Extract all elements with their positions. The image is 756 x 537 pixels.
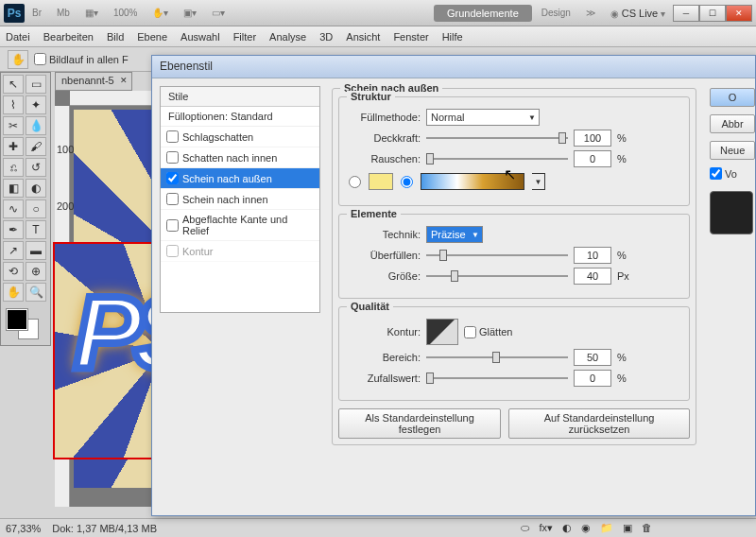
current-tool-icon[interactable]: ✋ <box>8 50 28 69</box>
wand-tool[interactable]: ✦ <box>26 95 46 114</box>
scroll-all-checkbox[interactable]: Bildlauf in allen F <box>34 53 129 65</box>
dodge-tool[interactable]: ○ <box>26 199 46 218</box>
workspace-design[interactable]: Design <box>536 5 576 21</box>
style-innershadow[interactable]: Schatten nach innen <box>161 147 319 168</box>
history-brush-tool[interactable]: ↺ <box>26 158 46 177</box>
minibridge-icon[interactable]: Mb <box>51 5 76 21</box>
hand-tool[interactable]: ✋ <box>3 283 24 302</box>
size-value[interactable]: 40 <box>574 268 611 285</box>
style-dropshadow[interactable]: Schlagschatten <box>161 127 319 147</box>
trash-icon[interactable]: 🗑 <box>642 522 652 533</box>
gradient-radio[interactable] <box>401 176 413 188</box>
menu-view[interactable]: Ansicht <box>346 31 380 43</box>
screenmode-icon[interactable]: ▭▾ <box>206 5 231 21</box>
close-tab-icon[interactable]: ✕ <box>120 76 128 85</box>
glow-color-well[interactable] <box>369 173 393 190</box>
arrange-icon[interactable]: ▣▾ <box>178 5 202 21</box>
move-tool[interactable]: ↖ <box>3 75 24 94</box>
fx-icon[interactable]: fx▾ <box>539 522 553 534</box>
cancel-button[interactable]: Abbr <box>710 114 755 133</box>
noise-slider[interactable] <box>426 152 568 165</box>
menu-bar: Datei Bearbeiten Bild Ebene Auswahl Filt… <box>0 26 756 47</box>
antialias-checkbox[interactable]: Glätten <box>464 326 512 338</box>
solid-color-radio[interactable] <box>349 176 361 188</box>
hand-icon[interactable]: ✋▾ <box>146 5 174 21</box>
minimize-button[interactable]: ─ <box>673 5 699 22</box>
preview-checkbox[interactable]: Vo <box>710 167 737 180</box>
fill-options[interactable]: Fülloptionen: Standard <box>161 107 319 127</box>
maximize-button[interactable]: ☐ <box>699 5 726 22</box>
heal-tool[interactable]: ✚ <box>3 137 24 156</box>
link-icon[interactable]: ⬭ <box>521 522 529 534</box>
range-slider[interactable] <box>426 351 568 364</box>
mask-icon[interactable]: ◐ <box>562 522 572 534</box>
menu-3d[interactable]: 3D <box>319 31 333 43</box>
dialog-title[interactable]: Ebenenstil <box>152 56 755 78</box>
jitter-slider[interactable] <box>426 372 568 385</box>
gradient-tool[interactable]: ◐ <box>26 179 46 198</box>
range-value[interactable]: 50 <box>574 349 611 366</box>
technique-select[interactable]: Präzise <box>426 226 483 243</box>
blend-mode-select[interactable]: Normal <box>426 109 540 126</box>
menu-analysis[interactable]: Analyse <box>269 31 306 43</box>
document-tab[interactable]: nbenannt-5 ✕ <box>55 72 132 91</box>
lasso-tool[interactable]: ⌇ <box>3 95 24 114</box>
workspace-more-icon[interactable]: ≫ <box>580 5 601 21</box>
bridge-icon[interactable]: Br <box>26 5 47 21</box>
folder-icon[interactable]: 📁 <box>600 522 613 534</box>
stamp-tool[interactable]: ⎌ <box>3 158 24 177</box>
eyedropper-tool[interactable]: 💧 <box>26 116 46 135</box>
zoom-level[interactable]: 100% <box>108 5 144 21</box>
preview-swatch <box>710 191 753 234</box>
menu-file[interactable]: Datei <box>6 31 30 43</box>
view-extras-icon[interactable]: ▦▾ <box>79 5 104 21</box>
spread-slider[interactable] <box>426 249 568 262</box>
cslive-button[interactable]: ◉ CS Live ▾ <box>605 5 671 22</box>
menu-edit[interactable]: Bearbeiten <box>43 31 94 43</box>
pen-tool[interactable]: ✒ <box>3 220 24 239</box>
workspace-essentials[interactable]: Grundelemente <box>434 5 532 22</box>
opacity-value[interactable]: 100 <box>574 130 611 147</box>
menu-layer[interactable]: Ebene <box>137 31 167 43</box>
reset-default-button[interactable]: Auf Standardeinstellung zurücksetzen <box>508 408 690 439</box>
status-zoom[interactable]: 67,33% <box>6 523 41 534</box>
close-button[interactable]: ✕ <box>726 5 752 22</box>
adjustment-icon[interactable]: ◉ <box>581 522 591 534</box>
noise-value[interactable]: 0 <box>574 150 611 167</box>
menu-select[interactable]: Auswahl <box>180 31 220 43</box>
style-bevel[interactable]: Abgeflachte Kante und Relief <box>161 210 319 241</box>
shape-tool[interactable]: ▬ <box>26 241 46 260</box>
style-innerglow[interactable]: Schein nach innen <box>161 189 319 210</box>
type-tool[interactable]: T <box>26 220 46 239</box>
style-outerglow[interactable]: Schein nach außen <box>161 168 319 189</box>
zoom-tool[interactable]: 🔍 <box>26 283 46 302</box>
path-tool[interactable]: ↗ <box>3 241 24 260</box>
opacity-slider[interactable] <box>426 131 568 145</box>
3d-camera-tool[interactable]: ⊕ <box>26 262 46 281</box>
size-slider[interactable] <box>426 269 568 283</box>
menu-filter[interactable]: Filter <box>233 31 256 43</box>
menu-help[interactable]: Hilfe <box>442 31 463 43</box>
ok-button[interactable]: O <box>710 88 755 107</box>
jitter-value[interactable]: 0 <box>574 370 611 387</box>
brush-tool[interactable]: 🖌 <box>26 137 46 156</box>
marquee-tool[interactable]: ▭ <box>26 75 46 94</box>
spread-value[interactable]: 10 <box>574 247 611 264</box>
set-default-button[interactable]: Als Standardeinstellung festlegen <box>338 408 501 439</box>
app-titlebar: Ps Br Mb ▦▾ 100% ✋▾ ▣▾ ▭▾ Grundelemente … <box>0 0 756 26</box>
3d-tool[interactable]: ⟲ <box>3 262 24 281</box>
eraser-tool[interactable]: ◧ <box>3 179 24 198</box>
color-swatches[interactable] <box>3 307 48 343</box>
blur-tool[interactable]: ∿ <box>3 199 24 218</box>
menu-image[interactable]: Bild <box>107 31 124 43</box>
gradient-dropdown-icon[interactable]: ▼ <box>532 173 545 190</box>
new-layer-icon[interactable]: ▣ <box>623 522 632 534</box>
new-style-button[interactable]: Neue <box>710 141 755 160</box>
crop-tool[interactable]: ✂ <box>3 116 24 135</box>
status-docinfo[interactable]: Dok: 1,37 MB/4,13 MB <box>52 523 157 534</box>
fg-color-swatch[interactable] <box>7 309 27 330</box>
style-contour[interactable]: Kontur <box>161 241 319 262</box>
menu-window[interactable]: Fenster <box>393 31 428 43</box>
styles-header[interactable]: Stile <box>161 87 319 107</box>
contour-picker[interactable] <box>426 319 458 345</box>
